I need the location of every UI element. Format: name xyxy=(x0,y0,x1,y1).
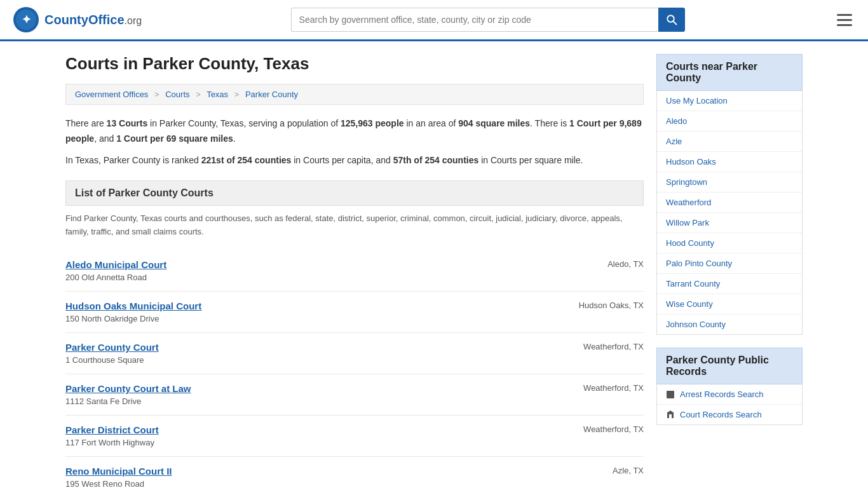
court-item: Parker District Court 117 Fort Worth Hig… xyxy=(65,416,644,457)
use-location-link[interactable]: Use My Location xyxy=(657,91,802,111)
court-address: 150 North Oakridge Drive xyxy=(65,314,201,323)
nearby-azle-link[interactable]: Azle xyxy=(657,132,802,151)
arrest-records-link[interactable]: Arrest Records Search xyxy=(657,384,802,404)
use-location-item[interactable]: Use My Location xyxy=(657,91,802,111)
nearby-hood-county[interactable]: Hood County xyxy=(657,233,802,254)
court-count: 13 xyxy=(107,118,117,128)
menu-button[interactable] xyxy=(834,11,855,29)
area: 904 square miles xyxy=(458,118,530,128)
nearby-tarrant-link[interactable]: Tarrant County xyxy=(657,274,802,294)
nearby-wise[interactable]: Wise County xyxy=(657,294,802,315)
page-title: Courts in Parker County, Texas xyxy=(65,54,644,74)
nearby-johnson[interactable]: Johnson County xyxy=(657,315,802,334)
logo-area: ✦ CountyOffice.org xyxy=(13,6,142,33)
court-row: Aledo Municipal Court 200 Old Annetta Ro… xyxy=(65,259,644,282)
breadcrumb-sep-1: > xyxy=(154,90,159,99)
svg-rect-8 xyxy=(669,414,672,418)
nearby-weatherford[interactable]: Weatherford xyxy=(657,193,802,213)
court-name-link[interactable]: Parker District Court xyxy=(65,424,159,435)
nearby-wise-link[interactable]: Wise County xyxy=(657,294,802,314)
nearby-aledo[interactable]: Aledo xyxy=(657,111,802,132)
nearby-willow-park-link[interactable]: Willow Park xyxy=(657,213,802,233)
nearby-palo-pinto[interactable]: Palo Pinto County xyxy=(657,254,802,274)
court-city: Weatherford, TX xyxy=(583,383,644,393)
court-name-link[interactable]: Hudson Oaks Municipal Court xyxy=(65,301,201,311)
nearby-azle[interactable]: Azle xyxy=(657,132,802,152)
court-address: 117 Fort Worth Highway xyxy=(65,438,159,447)
nearby-aledo-link[interactable]: Aledo xyxy=(657,111,802,131)
breadcrumb-link-texas[interactable]: Texas xyxy=(207,90,228,99)
stats-paragraph-1: There are 13 Courts in Parker County, Te… xyxy=(65,116,644,147)
menu-bar-1 xyxy=(837,14,852,16)
court-info: Parker County Court 1 Courthouse Square xyxy=(65,342,159,365)
court-info: Parker County Court at Law 1112 Santa Fe… xyxy=(65,383,191,406)
search-button[interactable] xyxy=(658,8,685,32)
court-row: Parker County Court at Law 1112 Santa Fe… xyxy=(65,383,644,406)
header: ✦ CountyOffice.org xyxy=(0,0,868,41)
court-name-link[interactable]: Parker County Court xyxy=(65,342,159,353)
svg-marker-7 xyxy=(667,410,674,413)
court-address: 200 Old Annetta Road xyxy=(65,273,166,282)
breadcrumb-link-courts[interactable]: Courts xyxy=(165,90,189,99)
court-city: Azle, TX xyxy=(613,466,644,475)
nearby-willow-park[interactable]: Willow Park xyxy=(657,213,802,233)
public-records-section: Parker County Public Records Arrest Reco… xyxy=(656,348,803,425)
per-sqmile: 1 Court per 69 square miles xyxy=(116,133,233,144)
list-section-header: List of Parker County Courts xyxy=(65,180,644,206)
logo-text: CountyOffice.org xyxy=(44,13,142,27)
nearby-list: Use My Location Aledo Azle Hudson Oaks S… xyxy=(656,91,803,335)
court-records-link[interactable]: Court Records Search xyxy=(657,405,802,424)
court-info: Hudson Oaks Municipal Court 150 North Oa… xyxy=(65,301,201,323)
court-name-link[interactable]: Reno Municipal Court II xyxy=(65,466,172,477)
court-address: 1 Courthouse Square xyxy=(65,355,159,365)
court-name-link[interactable]: Parker County Court at Law xyxy=(65,383,191,394)
court-info: Aledo Municipal Court 200 Old Annetta Ro… xyxy=(65,259,166,282)
svg-line-4 xyxy=(673,22,676,25)
court-records-label: Court Records Search xyxy=(680,410,762,419)
court-name-link[interactable]: Aledo Municipal Court xyxy=(65,259,166,270)
breadcrumb-sep-2: > xyxy=(196,90,201,99)
nearby-palo-pinto-link[interactable]: Palo Pinto County xyxy=(657,254,802,273)
court-item: Reno Municipal Court II 195 West Reno Ro… xyxy=(65,457,644,488)
nearby-johnson-link[interactable]: Johnson County xyxy=(657,315,802,334)
breadcrumb-sep-3: > xyxy=(234,90,240,99)
nearby-hudson-oaks[interactable]: Hudson Oaks xyxy=(657,152,802,172)
court-city: Weatherford, TX xyxy=(583,424,644,434)
menu-bar-2 xyxy=(837,19,852,21)
search-input[interactable] xyxy=(291,8,658,32)
court-city: Weatherford, TX xyxy=(583,342,644,351)
nearby-hood-county-link[interactable]: Hood County xyxy=(657,233,802,253)
court-address: 1112 Santa Fe Drive xyxy=(65,396,191,406)
rank-capita: 221st of 254 counties xyxy=(201,155,292,165)
search-icon xyxy=(666,14,677,25)
sidebar: Courts near Parker County Use My Locatio… xyxy=(656,54,803,488)
public-records-title: Parker County Public Records xyxy=(656,348,803,384)
court-info: Reno Municipal Court II 195 West Reno Ro… xyxy=(65,466,172,488)
nearby-title: Courts near Parker County xyxy=(656,54,803,91)
svg-text:✦: ✦ xyxy=(22,13,31,26)
menu-bar-3 xyxy=(837,24,852,26)
arrest-icon xyxy=(666,390,675,399)
nearby-hudson-oaks-link[interactable]: Hudson Oaks xyxy=(657,152,802,172)
court-address: 195 West Reno Road xyxy=(65,479,172,488)
court-row: Parker District Court 117 Fort Worth Hig… xyxy=(65,424,644,447)
court-row: Hudson Oaks Municipal Court 150 North Oa… xyxy=(65,301,644,323)
breadcrumb-link-county[interactable]: Parker County xyxy=(245,90,298,99)
nearby-springtown-link[interactable]: Springtown xyxy=(657,172,802,192)
court-city: Aledo, TX xyxy=(607,259,644,269)
court-item: Parker County Court 1 Courthouse Square … xyxy=(65,333,644,374)
breadcrumb: Government Offices > Courts > Texas > Pa… xyxy=(65,84,644,105)
nearby-tarrant[interactable]: Tarrant County xyxy=(657,274,802,294)
nearby-springtown[interactable]: Springtown xyxy=(657,172,802,193)
arrest-records-item[interactable]: Arrest Records Search xyxy=(657,384,802,405)
breadcrumb-link-gov[interactable]: Government Offices xyxy=(75,90,148,99)
population: 125,963 xyxy=(341,118,373,128)
page-container: Courts in Parker County, Texas Governmen… xyxy=(53,41,815,488)
nearby-section: Courts near Parker County Use My Locatio… xyxy=(656,54,803,335)
court-item: Aledo Municipal Court 200 Old Annetta Ro… xyxy=(65,250,644,292)
public-records-list: Arrest Records Search Court Records Sear… xyxy=(656,384,803,425)
stats-paragraph-2: In Texas, Parker County is ranked 221st … xyxy=(65,153,644,168)
court-records-item[interactable]: Court Records Search xyxy=(657,405,802,424)
nearby-weatherford-link[interactable]: Weatherford xyxy=(657,193,802,212)
list-description: Find Parker County, Texas courts and cou… xyxy=(65,212,644,239)
